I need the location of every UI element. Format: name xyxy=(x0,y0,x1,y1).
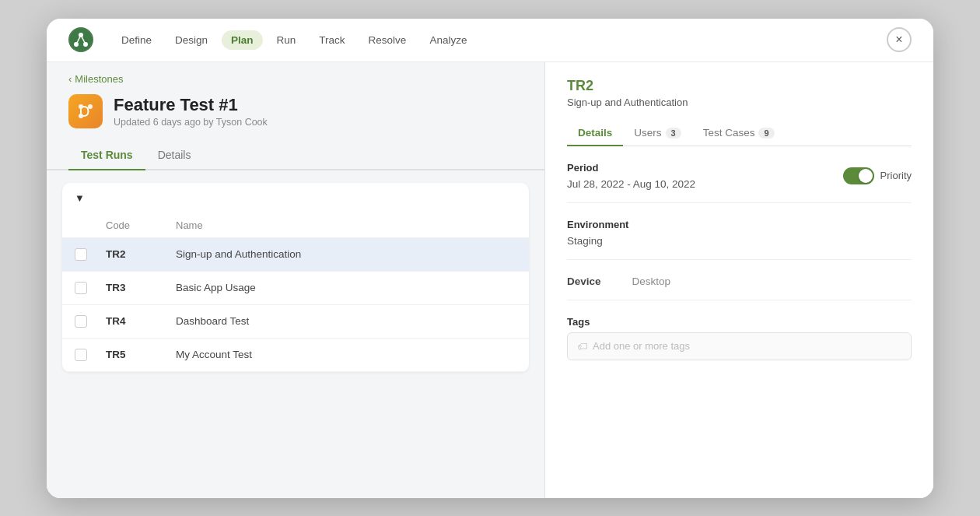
logo xyxy=(68,27,93,52)
detail-tab-details[interactable]: Details xyxy=(567,121,623,146)
breadcrumb-arrow-icon: ‹ xyxy=(68,73,72,85)
row-code: TR2 xyxy=(106,248,176,260)
nav-define[interactable]: Define xyxy=(112,30,161,50)
navbar: Define Design Plan Run Track Resolve Ana… xyxy=(47,19,933,62)
device-section: Device Desktop xyxy=(567,276,912,287)
close-button[interactable]: × xyxy=(887,27,912,52)
tab-test-runs[interactable]: Test Runs xyxy=(68,141,145,170)
tag-icon: 🏷 xyxy=(577,340,588,353)
row-name: Dashboard Test xyxy=(176,315,516,327)
milestone-title: Feature Test #1 xyxy=(114,95,268,115)
period-label: Period xyxy=(567,162,695,174)
svg-point-8 xyxy=(79,114,83,118)
row-checkbox[interactable] xyxy=(75,282,87,294)
period-section: Period Jul 28, 2022 - Aug 10, 2022 Prior… xyxy=(567,162,912,190)
priority-row: Priority xyxy=(843,167,912,184)
table-toolbar: ▼ xyxy=(62,183,529,213)
environment-label: Environment xyxy=(567,219,912,230)
row-code: TR5 xyxy=(106,349,176,360)
nav-resolve[interactable]: Resolve xyxy=(359,30,416,50)
left-panel: ‹ Milestones Feature Test #1 Updated xyxy=(47,62,544,498)
nav-run[interactable]: Run xyxy=(268,30,306,50)
tags-section: Tags 🏷 Add one or more tags xyxy=(567,316,912,360)
svg-point-7 xyxy=(88,104,93,109)
detail-tabs: Details Users3 Test Cases9 xyxy=(567,121,912,146)
main-content: ‹ Milestones Feature Test #1 Updated xyxy=(47,62,933,498)
period-info: Period Jul 28, 2022 - Aug 10, 2022 xyxy=(567,162,695,190)
col-code: Code xyxy=(106,219,176,231)
divider-2 xyxy=(567,259,912,260)
milestone-subtitle: Updated 6 days ago by Tyson Cook xyxy=(114,117,268,128)
col-name: Name xyxy=(176,219,516,231)
table-row[interactable]: TR4 Dashboard Test xyxy=(62,305,529,339)
users-badge: 3 xyxy=(666,128,681,139)
table-row[interactable]: TR5 My Account Test xyxy=(62,339,529,372)
breadcrumb-label: Milestones xyxy=(75,73,123,85)
nav-plan[interactable]: Plan xyxy=(222,30,263,50)
device-row: Device Desktop xyxy=(567,276,912,287)
priority-toggle[interactable] xyxy=(843,167,874,184)
milestone-header: Feature Test #1 Updated 6 days ago by Ty… xyxy=(47,88,544,141)
environment-section: Environment Staging xyxy=(567,219,912,247)
tags-label: Tags xyxy=(567,316,912,328)
nav-links: Define Design Plan Run Track Resolve Ana… xyxy=(112,30,476,50)
svg-point-6 xyxy=(79,104,83,109)
toggle-knob xyxy=(859,169,873,183)
test-runs-table: ▼ Code Name TR2 Sign-up and Authenticati… xyxy=(62,183,529,372)
detail-tab-test-cases[interactable]: Test Cases9 xyxy=(692,121,786,146)
filter-icon[interactable]: ▼ xyxy=(75,192,85,204)
row-checkbox[interactable] xyxy=(75,315,87,328)
divider-1 xyxy=(567,202,912,203)
nav-analyze[interactable]: Analyze xyxy=(420,30,476,50)
row-code: TR3 xyxy=(106,282,176,293)
milestone-icon xyxy=(68,94,103,128)
tags-input[interactable]: 🏷 Add one or more tags xyxy=(567,332,912,360)
testcases-badge: 9 xyxy=(758,128,774,139)
period-row: Period Jul 28, 2022 - Aug 10, 2022 Prior… xyxy=(567,162,912,190)
milestone-info: Feature Test #1 Updated 6 days ago by Ty… xyxy=(114,95,268,128)
period-value: Jul 28, 2022 - Aug 10, 2022 xyxy=(567,178,695,190)
table-row[interactable]: TR3 Basic App Usage xyxy=(62,272,529,305)
tags-placeholder: Add one or more tags xyxy=(593,340,690,352)
device-key: Device xyxy=(567,276,601,287)
table-row[interactable]: TR2 Sign-up and Authentication xyxy=(62,238,529,272)
row-checkbox[interactable] xyxy=(75,349,87,361)
right-panel: TR2 Sign-up and Authentication Details U… xyxy=(544,62,933,498)
row-code: TR4 xyxy=(106,315,176,327)
breadcrumb[interactable]: ‹ Milestones xyxy=(47,62,544,88)
row-name: Sign-up and Authentication xyxy=(176,248,516,260)
device-value: Desktop xyxy=(632,276,671,287)
left-tabs: Test Runs Details xyxy=(47,141,544,170)
col-checkbox xyxy=(75,219,106,231)
svg-point-0 xyxy=(70,29,92,51)
row-name: Basic App Usage xyxy=(176,282,516,293)
divider-3 xyxy=(567,300,912,300)
row-name: My Account Test xyxy=(176,349,516,360)
detail-tab-users[interactable]: Users3 xyxy=(623,121,691,146)
app-window: Define Design Plan Run Track Resolve Ana… xyxy=(47,19,933,498)
detail-tab-testcases-label: Test Cases xyxy=(703,127,755,139)
nav-track[interactable]: Track xyxy=(310,30,354,50)
environment-value: Staging xyxy=(567,235,912,247)
nav-design[interactable]: Design xyxy=(166,30,217,50)
detail-subtitle: Sign-up and Authentication xyxy=(567,97,912,108)
git-branch-icon xyxy=(76,102,95,121)
logo-icon xyxy=(70,29,92,51)
detail-title: TR2 xyxy=(567,78,912,94)
detail-tab-users-label: Users xyxy=(634,127,661,139)
detail-tab-details-label: Details xyxy=(578,127,612,139)
tab-details[interactable]: Details xyxy=(145,141,204,170)
priority-label: Priority xyxy=(880,170,912,181)
table-header: Code Name xyxy=(62,213,529,238)
row-checkbox[interactable] xyxy=(75,248,87,261)
